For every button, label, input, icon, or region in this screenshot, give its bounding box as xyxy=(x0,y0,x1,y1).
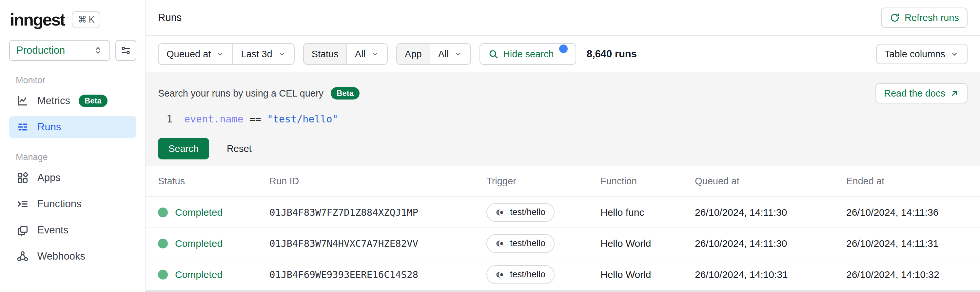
environment-row: Production xyxy=(9,40,136,61)
code-token-space xyxy=(261,113,267,125)
cel-panel-title: Search your runs by using a CEL query xyxy=(158,88,323,99)
cel-panel-actions: Search Reset xyxy=(158,138,967,159)
hide-search-label: Hide search xyxy=(503,49,554,60)
webhook-icon xyxy=(16,250,29,263)
status-filter-label: Status xyxy=(304,44,347,64)
event-trigger-icon xyxy=(496,239,505,248)
trigger-cell: test/hello xyxy=(487,265,600,284)
code-token-property: name xyxy=(220,113,243,125)
column-header-trigger: Trigger xyxy=(487,176,600,187)
time-field-value: Queued at xyxy=(167,49,211,60)
table-header: Status Run ID Trigger Function Queued at… xyxy=(146,166,980,197)
chevron-down-icon xyxy=(216,50,224,58)
time-range-value: Last 3d xyxy=(241,49,272,60)
chevron-down-icon xyxy=(950,49,959,59)
ended-at-cell: 26/10/2024, 14:11:36 xyxy=(846,207,967,218)
shortcut-key-label: K xyxy=(89,15,94,25)
command-k-shortcut[interactable]: ⌘ K xyxy=(72,11,100,28)
status-label: Completed xyxy=(175,238,223,249)
read-the-docs-button[interactable]: Read the docs xyxy=(875,83,967,103)
sidebar-item-label: Apps xyxy=(37,172,60,184)
environment-selector[interactable]: Production xyxy=(9,40,110,61)
event-trigger-icon xyxy=(496,270,505,279)
table-row[interactable]: Completed 01JB4F83W7N4HVXC7A7HZE82VV tes… xyxy=(146,228,980,259)
chevron-down-icon xyxy=(278,50,286,58)
function-cell: Hello func xyxy=(600,207,695,218)
refresh-runs-button[interactable]: Refresh runs xyxy=(881,8,967,28)
sidebar-item-label: Runs xyxy=(37,121,61,133)
hide-search-button[interactable]: Hide search xyxy=(479,43,576,65)
trigger-name: test/hello xyxy=(510,238,546,248)
logo-row: inngest ⌘ K xyxy=(10,11,136,28)
sidebar-item-label: Webhooks xyxy=(37,251,85,262)
column-header-ended-at: Ended at xyxy=(846,176,967,187)
run-id-cell: 01JB4F83W7FZ7D1Z884XZQJ1MP xyxy=(269,207,487,218)
trigger-badge[interactable]: test/hello xyxy=(487,203,555,222)
time-field-dropdown[interactable]: Queued at xyxy=(159,44,232,64)
cel-query-editor[interactable]: 1 event.name == "test/hello" xyxy=(158,113,967,125)
refresh-runs-label: Refresh runs xyxy=(905,13,959,23)
trigger-name: test/hello xyxy=(510,270,546,279)
table-columns-dropdown[interactable]: Table columns xyxy=(876,44,967,64)
chevron-down-icon xyxy=(454,50,463,58)
trigger-badge[interactable]: test/hello xyxy=(487,265,555,284)
trigger-badge[interactable]: test/hello xyxy=(487,234,555,253)
sidebar-item-apps[interactable]: Apps xyxy=(9,167,136,189)
table-row[interactable]: Completed 01JB4F69WE9393EERE16C14S28 tes… xyxy=(146,259,980,290)
app-filter-dropdown[interactable]: All xyxy=(430,44,470,64)
queued-at-cell: 26/10/2024, 14:11:30 xyxy=(695,238,846,249)
cel-panel-header: Search your runs by using a CEL query Be… xyxy=(158,83,967,103)
code-line-number: 1 xyxy=(161,113,172,125)
metrics-chart-icon xyxy=(16,95,29,107)
status-label: Completed xyxy=(175,207,223,218)
environment-settings-button[interactable] xyxy=(115,40,136,61)
cel-search-panel: Search your runs by using a CEL query Be… xyxy=(146,72,980,166)
events-icon xyxy=(16,224,29,236)
command-icon: ⌘ xyxy=(78,14,86,25)
table-row[interactable]: Completed 01JB4F83W7FZ7D1Z884XZQJ1MP tes… xyxy=(146,197,980,228)
sidebar-item-events[interactable]: Events xyxy=(9,219,136,241)
sidebar-item-functions[interactable]: Functions xyxy=(9,193,136,215)
code-token-operator xyxy=(243,113,250,125)
run-id-cell: 01JB4F83W7N4HVXC7A7HZE82VV xyxy=(269,238,487,249)
column-header-run-id: Run ID xyxy=(269,176,487,187)
status-cell: Completed xyxy=(158,269,269,280)
reset-button[interactable]: Reset xyxy=(224,138,255,159)
column-header-queued-at: Queued at xyxy=(695,176,846,187)
code-token-object: event xyxy=(184,113,214,125)
column-header-status: Status xyxy=(158,176,269,187)
search-notification-dot xyxy=(559,44,568,53)
status-filter-dropdown[interactable]: All xyxy=(347,44,387,64)
functions-icon xyxy=(16,198,29,210)
app-root: inngest ⌘ K Production Monitor xyxy=(0,0,980,292)
monitor-nav: Metrics Beta Runs xyxy=(9,90,136,138)
table-columns-label: Table columns xyxy=(885,49,945,60)
time-range-dropdown[interactable]: Last 3d xyxy=(232,44,294,64)
page-header: Runs Refresh runs xyxy=(146,0,980,36)
sidebar: inngest ⌘ K Production Monitor xyxy=(0,0,146,292)
code-token-string: "test/hello" xyxy=(267,113,338,125)
function-cell: Hello World xyxy=(600,238,695,249)
status-dot-icon xyxy=(158,208,168,217)
event-trigger-icon xyxy=(496,208,505,217)
ended-at-cell: 26/10/2024, 14:11:31 xyxy=(846,238,967,249)
section-label-manage: Manage xyxy=(16,152,136,162)
sidebar-item-webhooks[interactable]: Webhooks xyxy=(9,246,136,267)
sidebar-item-runs[interactable]: Runs xyxy=(9,116,136,138)
queued-at-cell: 26/10/2024, 14:11:30 xyxy=(695,207,846,218)
arrow-up-right-icon xyxy=(950,89,959,98)
sidebar-item-label: Functions xyxy=(37,198,81,210)
section-label-monitor: Monitor xyxy=(16,75,136,86)
cel-query-code: event.name == "test/hello" xyxy=(184,113,338,125)
runs-list-icon xyxy=(16,121,29,133)
status-dot-icon xyxy=(158,270,168,279)
runs-count: 8,640 runs xyxy=(587,48,637,60)
status-dot-icon xyxy=(158,239,168,248)
chevron-down-icon xyxy=(371,50,379,58)
search-button[interactable]: Search xyxy=(158,138,209,159)
run-id-cell: 01JB4F69WE9393EERE16C14S28 xyxy=(269,269,487,280)
apps-grid-icon xyxy=(16,171,29,184)
sidebar-item-label: Events xyxy=(37,224,68,236)
sidebar-item-metrics[interactable]: Metrics Beta xyxy=(9,90,136,112)
status-filter-value: All xyxy=(355,49,366,60)
